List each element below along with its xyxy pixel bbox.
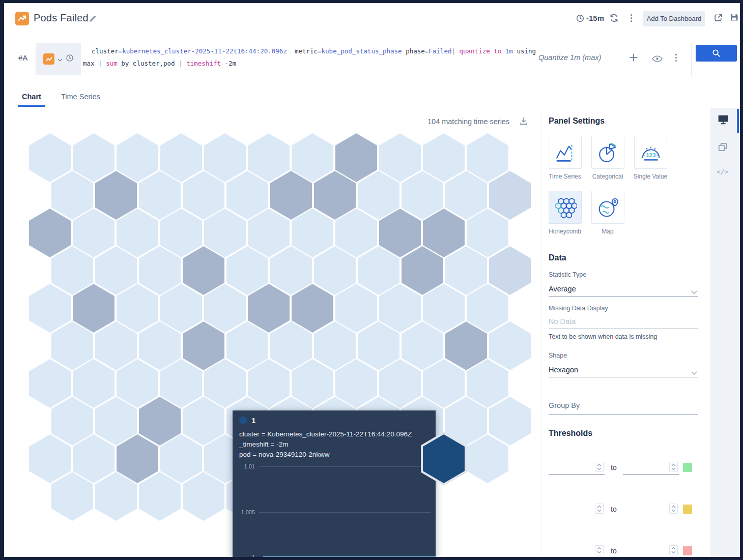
edit-title-icon[interactable]	[89, 15, 97, 25]
tab-chart[interactable]: Chart	[18, 93, 45, 107]
hex-cell[interactable]	[204, 359, 246, 408]
hex-cell[interactable]	[379, 359, 421, 408]
stepper-icon[interactable]	[669, 462, 678, 472]
hex-cell[interactable]	[489, 171, 531, 220]
hex-cell[interactable]	[29, 359, 71, 408]
hex-cell[interactable]	[73, 284, 115, 333]
hex-cell[interactable]	[314, 246, 356, 295]
hex-cell[interactable]	[73, 133, 115, 182]
hex-cell[interactable]	[51, 397, 93, 446]
stepper-icon[interactable]	[595, 462, 604, 472]
hex-cell[interactable]	[358, 321, 399, 370]
hex-cell[interactable]	[489, 246, 531, 295]
threshold-from-input[interactable]	[549, 460, 605, 475]
hex-cell[interactable]	[139, 171, 181, 220]
hex-cell[interactable]	[29, 284, 71, 333]
hex-cell[interactable]	[117, 359, 158, 408]
hex-cell[interactable]	[445, 246, 487, 295]
hex-cell[interactable]	[183, 397, 224, 446]
hex-cell[interactable]	[489, 397, 531, 446]
query-type-selector[interactable]	[36, 43, 81, 75]
time-range-label[interactable]: -15m	[586, 14, 604, 22]
hex-cell[interactable]	[29, 209, 71, 257]
threshold-color-swatch[interactable]	[683, 463, 692, 472]
hex-cell[interactable]	[204, 133, 246, 182]
hex-cell[interactable]	[51, 246, 93, 295]
query-more-menu-icon[interactable]	[675, 54, 677, 62]
hex-cell[interactable]	[402, 321, 443, 370]
hex-cell[interactable]	[358, 246, 399, 295]
stepper-icon[interactable]	[595, 545, 604, 555]
hex-cell[interactable]	[423, 359, 465, 408]
hex-cell[interactable]	[29, 434, 71, 483]
display-view-icon[interactable]	[718, 114, 729, 127]
hex-cell[interactable]	[314, 321, 356, 370]
panel-type-card-map[interactable]	[591, 191, 624, 224]
hex-cell[interactable]	[248, 209, 290, 257]
stepper-icon[interactable]	[669, 545, 678, 555]
hex-cell[interactable]	[95, 397, 137, 446]
hex-cell[interactable]	[51, 171, 93, 220]
hex-cell[interactable]	[423, 133, 465, 182]
stepper-icon[interactable]	[595, 504, 604, 514]
group-by-input[interactable]	[549, 414, 698, 415]
threshold-color-swatch[interactable]	[683, 546, 692, 555]
hex-cell[interactable]	[423, 209, 465, 257]
threshold-to-input[interactable]	[623, 543, 679, 558]
hex-cell[interactable]	[95, 171, 137, 220]
hex-cell[interactable]	[335, 359, 377, 408]
hex-cell[interactable]	[467, 209, 508, 257]
chevron-down-icon[interactable]	[691, 287, 697, 296]
panel-type-card-time-series[interactable]	[549, 136, 582, 169]
hex-cell[interactable]	[379, 133, 421, 182]
hex-cell[interactable]	[160, 434, 202, 483]
clock-icon[interactable]	[576, 14, 584, 24]
hex-cell[interactable]	[73, 434, 115, 483]
hex-cell[interactable]	[270, 171, 312, 220]
hex-cell[interactable]	[117, 284, 158, 333]
threshold-to-input[interactable]	[623, 502, 679, 516]
hex-cell[interactable]	[95, 472, 137, 521]
hex-cell[interactable]	[467, 133, 508, 182]
code-view-icon[interactable]: </>	[717, 168, 728, 175]
hex-cell[interactable]	[117, 133, 158, 182]
hex-cell[interactable]	[248, 284, 290, 333]
stepper-icon[interactable]	[669, 504, 678, 514]
threshold-from-input[interactable]	[549, 502, 605, 516]
hex-cell[interactable]	[335, 133, 377, 182]
statistic-type-select[interactable]: Average	[549, 285, 576, 293]
hex-cell[interactable]	[139, 397, 181, 446]
hex-cell[interactable]	[248, 359, 290, 408]
hex-cell[interactable]	[226, 321, 268, 370]
threshold-from-input[interactable]	[549, 543, 605, 558]
hex-cell[interactable]	[204, 209, 246, 257]
hex-cell[interactable]	[423, 284, 465, 333]
hex-cell[interactable]	[160, 209, 202, 257]
tab-time-series[interactable]: Time Series	[57, 93, 104, 107]
refresh-icon[interactable]	[609, 13, 619, 25]
hex-cell[interactable]	[73, 209, 115, 257]
add-query-icon[interactable]	[629, 53, 638, 64]
missing-data-input[interactable]	[549, 317, 698, 329]
hex-cell[interactable]	[160, 359, 202, 408]
hex-cell[interactable]	[314, 171, 356, 220]
hex-cell[interactable]	[467, 284, 508, 333]
run-query-button[interactable]	[696, 45, 737, 62]
copy-panels-icon[interactable]	[718, 142, 728, 154]
hex-cell[interactable]	[160, 133, 202, 182]
threshold-color-swatch[interactable]	[683, 505, 692, 514]
hex-cell[interactable]	[139, 321, 181, 370]
panel-type-card-single-value[interactable]: 123	[634, 136, 667, 169]
hex-cell[interactable]	[183, 321, 224, 370]
eye-icon[interactable]	[652, 55, 663, 64]
hex-cell[interactable]	[139, 472, 181, 521]
panel-type-card-honeycomb[interactable]	[549, 191, 582, 224]
hex-cell[interactable]	[335, 209, 377, 257]
hex-cell[interactable]	[292, 133, 333, 182]
hex-cell[interactable]	[183, 246, 224, 295]
hex-cell[interactable]	[160, 284, 202, 333]
threshold-to-input[interactable]	[623, 460, 679, 475]
hex-cell[interactable]	[73, 359, 115, 408]
hex-cell[interactable]	[139, 246, 181, 295]
hex-cell[interactable]	[379, 284, 421, 333]
